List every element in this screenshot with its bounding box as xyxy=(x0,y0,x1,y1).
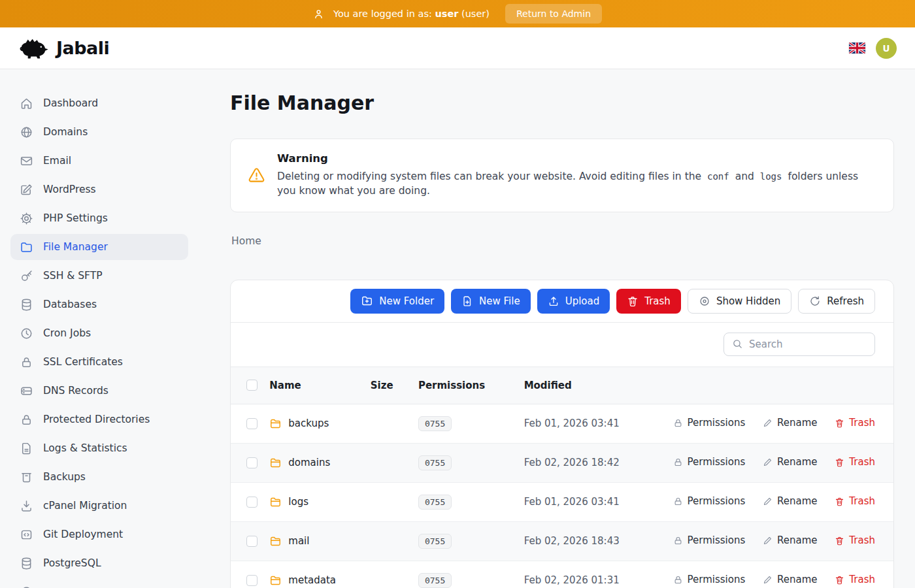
trash-icon xyxy=(835,457,844,467)
file-name-link[interactable]: mail xyxy=(288,535,309,547)
row-checkbox[interactable] xyxy=(246,418,258,429)
new-file-button[interactable]: New File xyxy=(451,289,531,314)
sidebar-item-email[interactable]: Email xyxy=(10,148,188,174)
uk-flag-icon[interactable] xyxy=(849,42,865,54)
row-permissions-action[interactable]: Permissions xyxy=(673,456,746,468)
row-trash-action[interactable]: Trash xyxy=(835,456,875,468)
row-rename-action[interactable]: Rename xyxy=(763,574,818,585)
sidebar-item-label: Logs & Statistics xyxy=(43,442,127,454)
lock-icon xyxy=(20,355,33,369)
sidebar-item-postgresql[interactable]: PostgreSQL xyxy=(10,550,188,576)
sidebar-item-label: cPanel Migration xyxy=(43,500,127,512)
app-header: Jabali U xyxy=(0,27,915,69)
main-content: File Manager Warning Deleting or modifyi… xyxy=(199,69,915,588)
page-title: File Manager xyxy=(230,91,894,114)
sidebar-item-protected[interactable]: Protected Directories xyxy=(10,406,188,433)
column-header-name[interactable]: Name xyxy=(269,367,370,404)
search-box xyxy=(724,333,875,356)
upload-button[interactable]: Upload xyxy=(537,289,610,314)
column-header-size[interactable]: Size xyxy=(371,367,418,404)
row-trash-action[interactable]: Trash xyxy=(835,534,875,546)
row-trash-action[interactable]: Trash xyxy=(835,574,875,585)
trash-icon xyxy=(835,536,844,546)
sidebar-item-label: Domains xyxy=(43,126,88,138)
row-checkbox[interactable] xyxy=(246,575,258,586)
trash-button[interactable]: Trash xyxy=(616,289,681,314)
sidebar-item-label: Backups xyxy=(43,471,86,483)
folder-icon xyxy=(20,240,33,254)
folder-icon xyxy=(269,535,282,547)
row-checkbox[interactable] xyxy=(246,497,258,508)
refresh-button[interactable]: Refresh xyxy=(798,289,875,314)
column-header-permissions[interactable]: Permissions xyxy=(418,367,524,404)
permissions-badge: 0755 xyxy=(418,495,452,510)
impersonated-username: user xyxy=(435,8,458,19)
warning-triangle-icon xyxy=(248,167,265,184)
clock-icon xyxy=(20,327,33,340)
pencil-icon xyxy=(763,457,773,467)
folder-icon xyxy=(269,457,282,469)
code-icon xyxy=(20,528,33,542)
row-trash-action[interactable]: Trash xyxy=(835,417,875,429)
folder-icon xyxy=(269,417,282,430)
sidebar-item-label: SSH & SFTP xyxy=(43,270,103,282)
eye-icon xyxy=(699,295,710,307)
warning-content: Warning Deleting or modifying system fil… xyxy=(277,152,876,199)
row-rename-action[interactable]: Rename xyxy=(763,495,818,507)
lock-icon xyxy=(673,536,683,546)
sidebar-item-label: File Manager xyxy=(43,241,108,253)
sidebar-item-ssh[interactable]: SSH & SFTP xyxy=(10,263,188,289)
table-row: logs 0755 Feb 01, 2026 03:41 Permissions… xyxy=(231,482,893,521)
key-icon xyxy=(20,269,33,283)
file-name-link[interactable]: logs xyxy=(288,496,308,508)
sidebar-item-wordpress[interactable]: WordPress xyxy=(10,176,188,203)
download-icon xyxy=(20,499,33,513)
sidebar-item-ssl[interactable]: SSL Certificates xyxy=(10,349,188,375)
new-folder-button[interactable]: New Folder xyxy=(350,289,444,314)
header-right: U xyxy=(849,38,897,59)
sidebar-item-partial[interactable] xyxy=(10,579,188,588)
row-trash-action[interactable]: Trash xyxy=(835,495,875,507)
sidebar-item-logs[interactable]: Logs & Statistics xyxy=(10,435,188,461)
lock-icon xyxy=(673,457,683,467)
sidebar-item-php[interactable]: PHP Settings xyxy=(10,205,188,231)
row-permissions-action[interactable]: Permissions xyxy=(673,417,746,429)
row-rename-action[interactable]: Rename xyxy=(763,417,818,429)
file-name-link[interactable]: backups xyxy=(288,417,329,429)
file-name-link[interactable]: metadata xyxy=(288,574,336,586)
sidebar-item-dashboard[interactable]: Dashboard xyxy=(10,90,188,116)
sidebar-item-label: Dashboard xyxy=(43,97,98,109)
sidebar-item-git[interactable]: Git Deployment xyxy=(10,521,188,547)
permissions-badge: 0755 xyxy=(418,455,452,470)
sidebar-item-label: Email xyxy=(43,155,71,167)
show-hidden-button[interactable]: Show Hidden xyxy=(688,289,791,314)
file-table: Name Size Permissions Modified backups 0… xyxy=(231,367,893,588)
row-permissions-action[interactable]: Permissions xyxy=(673,534,746,546)
sidebar-nav: Dashboard Domains Email WordPress PHP Se… xyxy=(0,69,199,588)
sidebar-item-cron[interactable]: Cron Jobs xyxy=(10,320,188,346)
row-rename-action[interactable]: Rename xyxy=(763,534,818,546)
sidebar-item-domains[interactable]: Domains xyxy=(10,119,188,145)
user-avatar[interactable]: U xyxy=(876,38,897,59)
permissions-badge: 0755 xyxy=(418,573,452,588)
row-rename-action[interactable]: Rename xyxy=(763,456,818,468)
file-name-link[interactable]: domains xyxy=(288,457,330,468)
table-header-row: Name Size Permissions Modified xyxy=(231,367,893,404)
sidebar-item-cpanel[interactable]: cPanel Migration xyxy=(10,493,188,519)
row-permissions-action[interactable]: Permissions xyxy=(673,495,746,507)
search-input[interactable] xyxy=(749,338,867,350)
breadcrumb-home[interactable]: Home xyxy=(231,235,894,247)
column-header-modified[interactable]: Modified xyxy=(524,367,659,404)
sidebar-item-databases[interactable]: Databases xyxy=(10,291,188,318)
sidebar-item-dns[interactable]: DNS Records xyxy=(10,378,188,404)
brand-logo[interactable]: Jabali xyxy=(18,37,109,60)
sidebar-item-label: Databases xyxy=(43,299,97,310)
row-checkbox[interactable] xyxy=(246,536,258,547)
row-permissions-action[interactable]: Permissions xyxy=(673,574,746,585)
sidebar-item-backups[interactable]: Backups xyxy=(10,464,188,490)
trash-icon xyxy=(627,295,639,307)
row-checkbox[interactable] xyxy=(246,457,258,468)
sidebar-item-files[interactable]: File Manager xyxy=(10,234,188,260)
select-all-checkbox[interactable] xyxy=(246,380,258,391)
return-to-admin-button[interactable]: Return to Admin xyxy=(505,4,602,24)
